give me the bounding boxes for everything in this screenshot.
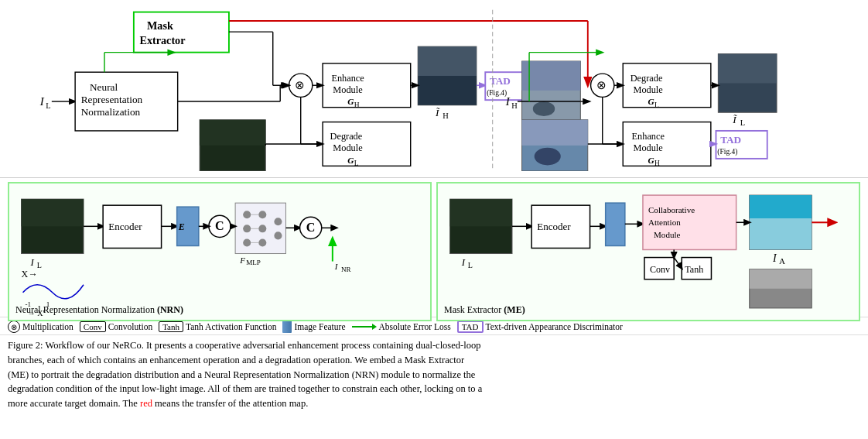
me-ia-sub: A	[779, 256, 785, 266]
ia-ground	[750, 218, 812, 249]
nrn-e-label: E	[178, 221, 185, 232]
caption-line4: degradation condition of the input low-l…	[8, 383, 482, 394]
abs-arrow-icon	[352, 321, 377, 332]
scooter-img-top	[522, 120, 588, 146]
legend-abs: Absolute Error Loss	[352, 321, 451, 332]
mask-extractor-text1: Mask	[147, 19, 173, 32]
enhance-text-right1: Enhance	[632, 131, 665, 142]
nrn-abbr: (NRN)	[157, 304, 183, 315]
enhance-gh-right: H	[654, 159, 660, 167]
me-cam-text1: Collaborative	[648, 205, 695, 214]
main-container: I L Neural Representation Normalization …	[0, 0, 868, 439]
me-encoder-label: Encoder	[537, 221, 571, 232]
mult-symbol-right: ⊗	[596, 78, 607, 91]
mlp-n5	[258, 225, 266, 232]
tad-fig-left: (Fig.4)	[487, 89, 507, 98]
ia-sky	[750, 195, 812, 218]
legend-tad-text: Text-driven Appearance Discriminator	[486, 322, 623, 331]
nrn-concat-sym2: C	[306, 221, 316, 234]
me-tanh-label: Tanh	[685, 264, 703, 275]
mlp-n8	[274, 232, 282, 239]
caption-line5-start: more accurate target domain. The	[8, 398, 138, 409]
me-diagram-box: I L Encoder Collaborative Attention Modu…	[436, 182, 860, 321]
nrn-fmlp-sub: MLP	[246, 259, 261, 266]
me-abbr: (ME)	[504, 304, 525, 315]
caption-line5-end: means the transfer of the attention map.	[155, 398, 308, 409]
nrn-il-sub: L	[37, 261, 42, 269]
degrade-gl-right: L	[654, 101, 659, 109]
dark-img-top-r	[718, 54, 777, 84]
caption-line1: Figure 2: Workflow of our NeRCo. It pres…	[8, 340, 480, 351]
legend-tanh: Tanh Tanh Activation Function	[159, 321, 276, 332]
mask-extractor-text2: Extractor	[139, 34, 185, 46]
degrade-gl-left: L	[354, 159, 359, 167]
nrn-svg: I L X→ -1 1 → X' Encoder E	[9, 183, 430, 320]
caption-line2: branches, each of which contains an enha…	[8, 355, 464, 365]
scooter-body-r	[535, 148, 561, 166]
scooter-body	[533, 101, 555, 116]
ih-tilde-label: Ĩ	[435, 107, 440, 118]
me-cam-text2: Attention	[648, 218, 681, 227]
enhance-text-left2: Module	[333, 84, 363, 95]
mlp-n2	[243, 225, 251, 232]
legend-tanh-text: Tanh Activation Function	[186, 322, 276, 331]
img-sky	[418, 46, 477, 76]
nrn-fmlp-label: F	[239, 256, 245, 265]
degrade-text-right1: Degrade	[630, 73, 663, 84]
me-svg: I L Encoder Collaborative Attention Modu…	[438, 183, 859, 320]
nrn-section-title: Neural Representation Normalization (NRN…	[15, 304, 183, 316]
caption-section: Figure 2: Workflow of our NeRCo. It pres…	[0, 335, 868, 414]
caption-line3: (ME) to portrait the degradation distrib…	[8, 369, 475, 380]
me-il-label: I	[461, 256, 466, 268]
ih-subscript: H	[511, 101, 518, 110]
img-ground	[418, 76, 477, 105]
mlp-n4	[258, 211, 266, 218]
enhance-text-right2: Module	[633, 142, 663, 153]
mlp-n7	[274, 218, 282, 225]
svg-marker-1	[372, 324, 377, 330]
nrn-inr-sub: NR	[341, 266, 352, 273]
me-conv-label: Conv	[650, 264, 671, 275]
legend-feature-text: Image Feature	[294, 322, 345, 331]
nrn-x-label: X→	[22, 269, 38, 280]
il-label: I	[39, 95, 45, 108]
tad-fig-right: (Fig.4)	[717, 148, 737, 156]
mult-symbol-left: ⊗	[295, 78, 305, 91]
ih-label: I	[505, 95, 511, 108]
me-il-sub: L	[468, 261, 473, 269]
tad-text-right: TAD	[720, 134, 741, 146]
me-section-title: Mask Extractor (ME)	[444, 304, 525, 316]
nrn-diagram-box: I L X→ -1 1 → X' Encoder E	[8, 182, 432, 321]
me-cam-text3: Module	[654, 230, 680, 239]
il-out-sub: L	[740, 118, 745, 127]
degrade-text-right2: Module	[633, 84, 663, 95]
caption-text: Figure 2: Workflow of our NeRCo. It pres…	[8, 338, 860, 411]
me-arrow-conv-tanh	[674, 258, 682, 269]
legend-mult-text: Multiplication	[22, 322, 73, 331]
nrn-inr-label: I	[334, 262, 339, 271]
im-img-top	[750, 269, 812, 289]
nrn-il-label: I	[30, 256, 35, 268]
degrade-text-left1: Degrade	[330, 131, 363, 142]
dark-img-top	[200, 120, 265, 146]
legend-tanh-box: Tanh	[159, 321, 183, 332]
enhance-gh-left: H	[354, 101, 360, 109]
il-out-label: Ĩ	[732, 114, 737, 125]
nrn-concat-sym1: C	[215, 219, 224, 232]
legend-conv-text: Convolution	[108, 322, 153, 331]
caption-red-word: red	[140, 398, 152, 409]
mlp-n3	[243, 238, 251, 246]
legend-conv-box: Conv	[80, 321, 106, 332]
me-img-top	[450, 199, 512, 226]
top-diagram-svg: I L Neural Representation Normalization …	[8, 6, 860, 171]
enhance-text-left1: Enhance	[331, 73, 364, 84]
bottom-diagram: I L X→ -1 1 → X' Encoder E	[0, 178, 868, 317]
ih-tilde-sub: H	[443, 111, 449, 120]
nrn-text2: Representation	[81, 94, 143, 105]
me-ia-label: I	[772, 252, 777, 264]
legend-conv: Conv Convolution	[80, 321, 152, 332]
nrn-encoder-label: Encoder	[108, 221, 142, 232]
mlp-n1	[243, 211, 251, 218]
il-subscript: L	[46, 101, 50, 110]
nrn-img-top	[22, 199, 84, 226]
